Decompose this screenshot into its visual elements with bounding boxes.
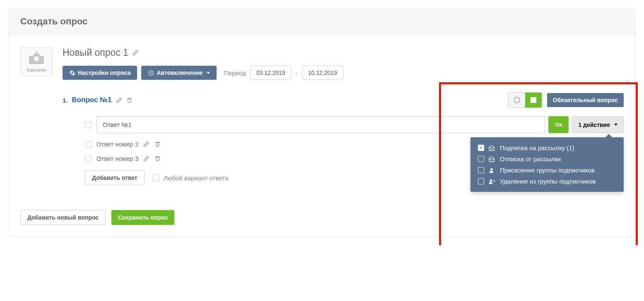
answer-input[interactable] xyxy=(96,116,545,133)
type-radio-option[interactable] xyxy=(509,93,525,108)
any-answer-checkbox[interactable] xyxy=(153,174,159,181)
pencil-icon[interactable] xyxy=(143,141,150,147)
save-survey-button[interactable]: Сохранить опрос xyxy=(111,210,175,225)
action-count-label: 1 действие xyxy=(578,122,610,128)
settings-button[interactable]: Настройки опроса xyxy=(63,66,137,80)
dropdown-item-subscribe[interactable]: Подписка на рассылку (1) xyxy=(470,142,624,153)
dropdown-checkbox[interactable] xyxy=(478,145,484,151)
trash-icon[interactable] xyxy=(126,97,133,103)
gear-icon xyxy=(69,70,75,76)
auto-on-label: Автовключение xyxy=(157,69,203,76)
add-question-button[interactable]: Добавить новый вопрос xyxy=(20,210,106,225)
date-to-input[interactable] xyxy=(302,66,343,80)
camera-icon xyxy=(29,53,44,64)
answer-checkbox[interactable] xyxy=(85,122,92,128)
survey-name: Новый опрос 1 xyxy=(63,47,128,58)
any-answer-label: Любой вариант ответа xyxy=(164,174,229,182)
ok-button[interactable]: Ок xyxy=(548,116,569,133)
image-upload[interactable]: Картинка xyxy=(20,47,53,76)
answer-row: Ок 1 действие Подписка на рассылку (1) xyxy=(85,116,624,133)
trash-icon[interactable] xyxy=(154,155,161,162)
question-type-switch[interactable] xyxy=(508,92,542,108)
chevron-down-icon xyxy=(614,124,617,126)
svg-point-2 xyxy=(490,179,492,181)
dropdown-item-assign-group[interactable]: Присвоение группы подписчиков xyxy=(470,165,624,176)
question-text: Вопрос №1 xyxy=(72,96,112,104)
dropdown-label: Удаление из группы подписчиков xyxy=(500,178,596,185)
dropdown-label: Отписка от рассылки xyxy=(500,155,561,162)
pencil-icon[interactable] xyxy=(116,97,122,103)
action-dropdown-menu: Подписка на рассылку (1) Отписка от расс… xyxy=(470,137,624,192)
dropdown-checkbox[interactable] xyxy=(478,178,484,184)
action-dropdown-button[interactable]: 1 действие xyxy=(572,116,624,133)
survey-panel: Создать опрос Картинка Новый опрос 1 xyxy=(8,8,636,237)
user-icon xyxy=(488,167,496,174)
auto-on-button[interactable]: Автовключение xyxy=(141,66,217,80)
image-upload-label: Картинка xyxy=(27,67,46,72)
dropdown-checkbox[interactable] xyxy=(478,156,484,162)
dropdown-item-remove-group[interactable]: Удаление из группы подписчиков xyxy=(470,176,624,187)
page-title: Создать опрос xyxy=(20,16,624,27)
clock-icon xyxy=(148,70,154,76)
mail-out-icon xyxy=(488,156,496,162)
date-from-input[interactable] xyxy=(250,66,292,80)
period-label: Период xyxy=(224,69,246,76)
pencil-icon[interactable] xyxy=(133,50,139,56)
trash-icon[interactable] xyxy=(154,141,161,147)
dropdown-item-unsubscribe[interactable]: Отписка от рассылки xyxy=(470,153,624,165)
pencil-icon[interactable] xyxy=(143,155,150,162)
dropdown-label: Присвоение группы подписчиков xyxy=(500,167,595,174)
answer-checkbox[interactable] xyxy=(85,141,92,148)
chevron-down-icon xyxy=(207,72,210,74)
dropdown-checkbox[interactable] xyxy=(478,167,484,173)
panel-header: Создать опрос xyxy=(9,9,635,35)
dropdown-label: Подписка на рассылку (1) xyxy=(500,144,574,151)
date-dash: - xyxy=(296,69,298,76)
answer-text: Ответ номер 2 xyxy=(96,141,138,148)
type-checkbox-option[interactable] xyxy=(525,93,542,108)
svg-point-1 xyxy=(490,168,492,170)
mail-open-icon xyxy=(488,145,496,151)
user-x-icon xyxy=(488,178,496,185)
question-number: 1. xyxy=(63,97,68,104)
required-badge[interactable]: Обязательный вопрос xyxy=(547,93,624,107)
add-answer-button[interactable]: Добавить ответ xyxy=(85,170,145,185)
answer-text: Ответ номер 3 xyxy=(96,155,138,162)
settings-label: Настройки опроса xyxy=(78,69,130,76)
answer-checkbox[interactable] xyxy=(85,155,92,162)
